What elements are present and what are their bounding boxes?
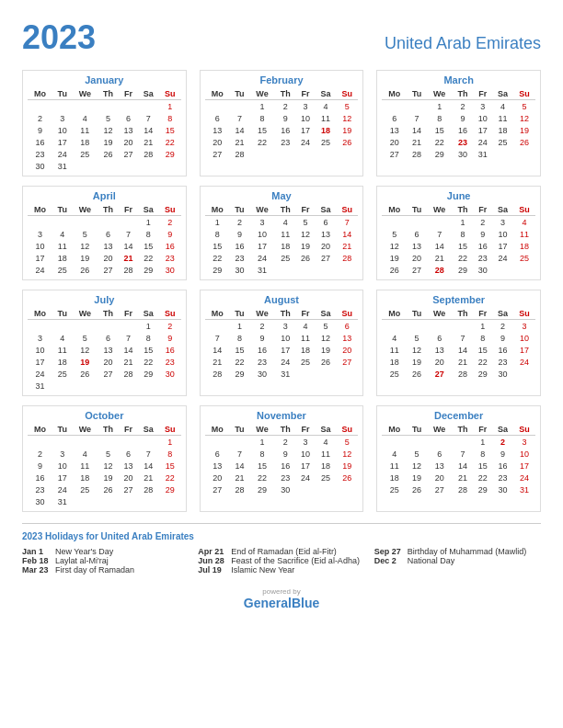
calendar-day — [382, 320, 407, 333]
calendar-day: 29 — [473, 483, 492, 495]
calendar-day: 15 — [138, 344, 159, 356]
holiday-name: First day of Ramadan — [55, 565, 134, 574]
calendar-day: 28 — [138, 483, 159, 495]
calendar-day: 1 — [249, 100, 275, 113]
calendar-day — [72, 100, 98, 113]
calendar-day: 20 — [205, 136, 230, 148]
weekday-header: We — [72, 308, 98, 320]
holidays-grid: Jan 1New Year's DayFeb 18Laylat al-Mi'ra… — [22, 547, 541, 574]
calendar-day — [275, 264, 296, 276]
weekday-header: Su — [513, 424, 535, 436]
calendar-day: 24 — [513, 472, 535, 483]
weekday-header: Mo — [382, 204, 407, 216]
calendar-day: 13 — [119, 460, 138, 472]
calendar-day: 21 — [336, 240, 358, 252]
calendar-day: 6 — [98, 228, 119, 240]
calendar-day: 21 — [427, 252, 453, 264]
calendar-day: 27 — [427, 483, 453, 495]
country-label: United Arab Emirates — [385, 34, 541, 53]
calendar-day: 11 — [513, 228, 535, 240]
calendar-day: 17 — [513, 460, 535, 472]
weekday-header: Tu — [230, 308, 249, 320]
calendar-day: 24 — [473, 136, 492, 148]
holidays-title: 2023 Holidays for United Arab Emirates — [22, 531, 541, 541]
month-table: MoTuWeThFrSaSu12345678910111213141516171… — [382, 308, 535, 380]
calendar-day: 24 — [296, 136, 316, 148]
calendar-day — [98, 216, 119, 229]
calendar-day: 3 — [513, 436, 535, 449]
calendar-day: 17 — [52, 136, 72, 148]
calendar-day: 22 — [138, 252, 159, 264]
calendar-day: 20 — [382, 136, 407, 148]
calendar-day: 9 — [159, 332, 181, 344]
month-block-august: AugustMoTuWeThFrSaSu12345678910111213141… — [200, 290, 364, 396]
month-table: MoTuWeThFrSaSu12345678910111213141516171… — [205, 204, 359, 276]
weekday-header: Th — [275, 308, 296, 320]
weekday-header: Fr — [473, 204, 492, 216]
calendar-day: 26 — [98, 483, 119, 495]
month-title: August — [205, 294, 359, 305]
calendar-day: 31 — [513, 483, 535, 495]
calendar-day: 19 — [296, 240, 316, 252]
calendar-day: 23 — [28, 148, 52, 160]
month-table: MoTuWeThFrSaSu12345678910111213141516171… — [28, 88, 181, 172]
calendar-day: 23 — [28, 483, 52, 495]
calendar-day: 7 — [453, 332, 474, 344]
weekday-header: Su — [159, 88, 181, 100]
calendar-day — [28, 100, 52, 113]
calendar-day: 17 — [28, 356, 52, 368]
calendar-day — [28, 320, 52, 333]
calendar-day — [72, 380, 98, 392]
calendar-day — [205, 100, 230, 113]
weekday-header: Mo — [205, 424, 230, 436]
brand-blue: Blue — [292, 596, 319, 610]
weekday-header: Sa — [315, 424, 336, 436]
calendar-day: 12 — [513, 112, 535, 124]
calendar-day: 8 — [453, 228, 474, 240]
holiday-name: Islamic New Year — [231, 565, 294, 574]
calendar-day: 12 — [407, 344, 426, 356]
calendar-day: 28 — [427, 264, 453, 276]
calendar-day: 2 — [473, 216, 492, 229]
calendar-day: 29 — [230, 368, 249, 380]
month-table: MoTuWeThFrSaSu12345678910111213141516171… — [205, 424, 359, 495]
weekday-header: Mo — [28, 308, 52, 320]
calendar-day: 21 — [205, 356, 230, 368]
calendar-day — [205, 320, 230, 333]
calendar-day — [52, 436, 72, 449]
month-table: MoTuWeThFrSaSu12345678910111213141516171… — [382, 424, 535, 495]
weekday-header: Sa — [492, 424, 513, 436]
month-title: January — [28, 74, 181, 85]
calendar-day: 26 — [98, 148, 119, 160]
calendar-day: 25 — [296, 356, 316, 368]
calendar-day: 18 — [513, 240, 535, 252]
calendar-day: 19 — [315, 344, 336, 356]
calendar-day: 22 — [138, 356, 159, 368]
calendar-day — [72, 495, 98, 507]
calendar-day: 16 — [492, 460, 513, 472]
weekday-header: Mo — [205, 88, 230, 100]
weekday-header: Tu — [407, 308, 426, 320]
calendar-day: 20 — [205, 472, 230, 483]
weekday-header: Fr — [296, 308, 316, 320]
calendar-day — [72, 320, 98, 333]
calendar-day: 10 — [28, 240, 52, 252]
calendar-day: 18 — [72, 136, 98, 148]
calendar-day: 4 — [513, 216, 535, 229]
calendar-day: 13 — [427, 460, 453, 472]
weekday-header: Mo — [382, 88, 407, 100]
holiday-date: Sep 27 — [374, 547, 404, 556]
month-block-october: OctoberMoTuWeThFrSaSu1234567891011121314… — [22, 405, 187, 512]
calendar-day: 27 — [119, 148, 138, 160]
calendar-day: 17 — [28, 252, 52, 264]
calendar-day: 24 — [513, 356, 535, 368]
calendar-day — [296, 483, 316, 495]
calendar-day: 6 — [427, 332, 453, 344]
calendar-day: 28 — [230, 148, 249, 160]
calendar-day: 30 — [473, 264, 492, 276]
holiday-name: End of Ramadan (Eid al-Fitr) — [231, 547, 337, 556]
calendar-day: 6 — [427, 448, 453, 460]
calendar-day: 21 — [230, 472, 249, 483]
calendar-day: 2 — [249, 320, 275, 333]
calendar-day: 7 — [138, 112, 159, 124]
